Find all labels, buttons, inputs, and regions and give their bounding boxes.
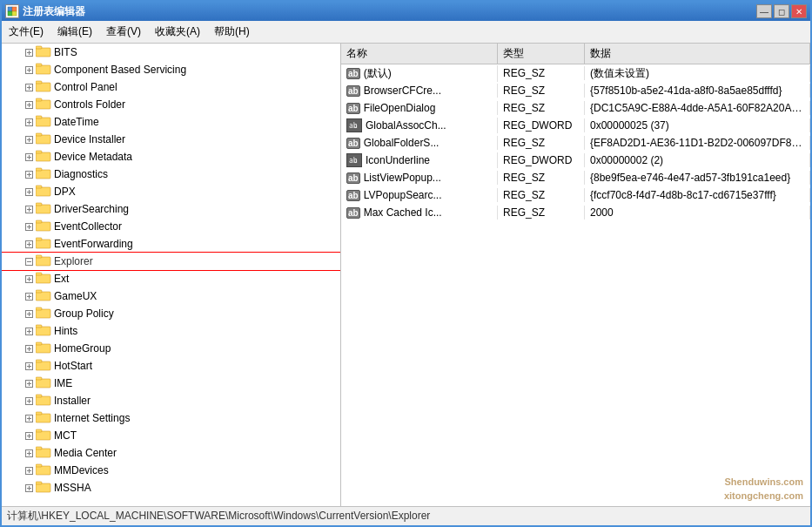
expand-icon — [23, 290, 35, 302]
table-row[interactable]: abGlobalFolderS...REG_SZ{EF8AD2D1-AE36-1… — [341, 134, 810, 152]
tree-item[interactable]: MSSHA — [2, 479, 340, 497]
menu-file[interactable]: 文件(E) — [2, 23, 50, 41]
tree-item[interactable]: HotStart — [2, 357, 340, 375]
tree-item[interactable]: DriverSearching — [2, 200, 340, 218]
folder-icon — [36, 394, 54, 409]
reg-ab-icon: ab — [346, 138, 360, 149]
folder-icon — [36, 202, 54, 217]
svg-rect-42 — [36, 170, 50, 179]
folder-icon — [36, 115, 54, 130]
reg-type-cell: REG_DWORD — [498, 153, 585, 167]
reg-ab-icon: ab — [346, 172, 360, 184]
expand-icon — [23, 81, 35, 93]
svg-rect-71 — [36, 274, 50, 283]
folder-icon — [36, 359, 54, 374]
tree-item[interactable]: Diagnostics — [2, 166, 340, 183]
svg-rect-86 — [36, 327, 50, 335]
table-row[interactable]: abFileOpenDialogREG_SZ{DC1C5A9C-E88A-4dd… — [341, 99, 810, 117]
expand-icon — [23, 255, 35, 267]
tree-item[interactable]: IME — [2, 375, 340, 392]
watermark: Shenduwins.com xitongcheng.com — [724, 475, 803, 503]
tree-item-label: Diagnostics — [54, 166, 108, 182]
svg-rect-127 — [36, 464, 42, 467]
svg-rect-63 — [36, 238, 42, 240]
table-row[interactable]: abMax Cached Ic...REG_SZ2000 — [341, 204, 810, 221]
table-row[interactable]: abüGlobalAssocCh...REG_DWORD0x00000025 (… — [341, 117, 810, 134]
tree-item-label: IME — [54, 375, 72, 391]
tree-item[interactable]: Media Center — [2, 444, 340, 462]
close-button[interactable]: ✕ — [791, 4, 807, 18]
svg-rect-97 — [36, 360, 42, 362]
svg-rect-126 — [36, 466, 50, 475]
tree-item-label: HotStart — [54, 358, 92, 374]
tree-item[interactable]: DPX — [2, 183, 340, 200]
svg-rect-102 — [36, 377, 42, 380]
reg-rows: ab(默认)REG_SZ(数值未设置)abBrowserCFCre...REG_… — [341, 64, 810, 221]
svg-rect-3 — [12, 11, 17, 16]
expand-icon — [23, 133, 35, 145]
table-row[interactable]: abListViewPopup...REG_SZ{8be9f5ea-e746-4… — [341, 169, 810, 186]
tree-item[interactable]: HomeGroup — [2, 340, 340, 357]
svg-rect-101 — [36, 379, 50, 388]
expand-icon — [23, 64, 35, 76]
expand-icon — [23, 429, 35, 442]
tree-item[interactable]: BITS — [2, 44, 340, 61]
tree-item-label: MCT — [54, 428, 77, 443]
menu-help[interactable]: 帮助(H) — [207, 23, 257, 41]
reg-data-cell: 0x00000002 (2) — [585, 153, 810, 167]
reg-ab-icon: ab — [346, 85, 360, 97]
svg-rect-106 — [36, 396, 50, 405]
tree-scroll[interactable]: BITSComponent Based ServicingControl Pan… — [2, 44, 340, 506]
menu-edit[interactable]: 编辑(E) — [50, 23, 99, 41]
restore-button[interactable]: ◻ — [774, 4, 789, 18]
tree-item[interactable]: Device Installer — [2, 131, 340, 148]
svg-rect-81 — [36, 309, 50, 318]
folder-icon — [36, 376, 54, 391]
tree-item[interactable]: MCT — [2, 427, 340, 444]
reg-ab-icon: ab — [346, 207, 360, 219]
tree-item[interactable]: Hints — [2, 322, 340, 340]
expand-icon — [23, 342, 35, 355]
table-row[interactable]: abLVPopupSearc...REG_SZ{fccf70c8-f4d7-4d… — [341, 186, 810, 204]
tree-item[interactable]: Ext — [2, 270, 340, 287]
tree-item[interactable]: Control Panel — [2, 78, 340, 96]
table-row[interactable]: abBrowserCFCre...REG_SZ{57f8510b-a5e2-41… — [341, 82, 810, 99]
tree-item[interactable]: Component Based Servicing — [2, 61, 340, 78]
tree-item[interactable]: EventForwarding — [2, 235, 340, 253]
tree-item[interactable]: GameUX — [2, 287, 340, 305]
tree-item[interactable]: Installer — [2, 392, 340, 409]
svg-rect-27 — [36, 118, 50, 126]
svg-rect-32 — [36, 135, 50, 144]
reg-dword-icon: abü — [346, 118, 362, 132]
registry-values[interactable]: ab(默认)REG_SZ(数值未设置)abBrowserCFCre...REG_… — [341, 64, 810, 506]
menu-view[interactable]: 查看(V) — [99, 23, 148, 41]
window-controls: — ◻ ✕ — [756, 4, 807, 18]
tree-item[interactable]: EventCollector — [2, 218, 340, 235]
svg-rect-12 — [36, 65, 50, 74]
tree-item[interactable]: Group Policy — [2, 305, 340, 322]
expand-icon — [23, 203, 35, 215]
svg-text:ü: ü — [354, 158, 358, 164]
reg-name-cell: abüIconUnderline — [341, 152, 498, 168]
reg-name-cell: abLVPopupSearc... — [341, 188, 498, 202]
tree-item[interactable]: Device Metadata — [2, 148, 340, 166]
reg-dword-icon: abü — [346, 153, 362, 167]
folder-icon — [36, 167, 54, 182]
table-row[interactable]: abüIconUnderlineREG_DWORD0x00000002 (2) — [341, 152, 810, 169]
tree-item[interactable]: MMDevices — [2, 462, 340, 479]
minimize-button[interactable]: — — [756, 4, 772, 18]
folder-icon — [36, 429, 54, 443]
folder-icon — [36, 446, 54, 461]
menu-favorites[interactable]: 收藏夹(A) — [148, 23, 207, 41]
watermark-line2: xitongcheng.com — [724, 489, 803, 503]
tree-item[interactable]: Controls Folder — [2, 96, 340, 113]
tree-item[interactable]: Explorer — [2, 253, 340, 270]
table-row[interactable]: ab(默认)REG_SZ(数值未设置) — [341, 64, 810, 82]
tree-item[interactable]: DateTime — [2, 113, 340, 131]
tree-item-label: DateTime — [54, 114, 99, 130]
reg-data-cell: {DC1C5A9C-E88A-4dde-A5A1-60F82A20AEF7} — [585, 101, 810, 115]
svg-rect-43 — [36, 168, 42, 171]
left-panel: BITSComponent Based ServicingControl Pan… — [2, 44, 341, 506]
column-headers: 名称 类型 数据 — [341, 44, 810, 64]
tree-item[interactable]: Internet Settings — [2, 409, 340, 427]
